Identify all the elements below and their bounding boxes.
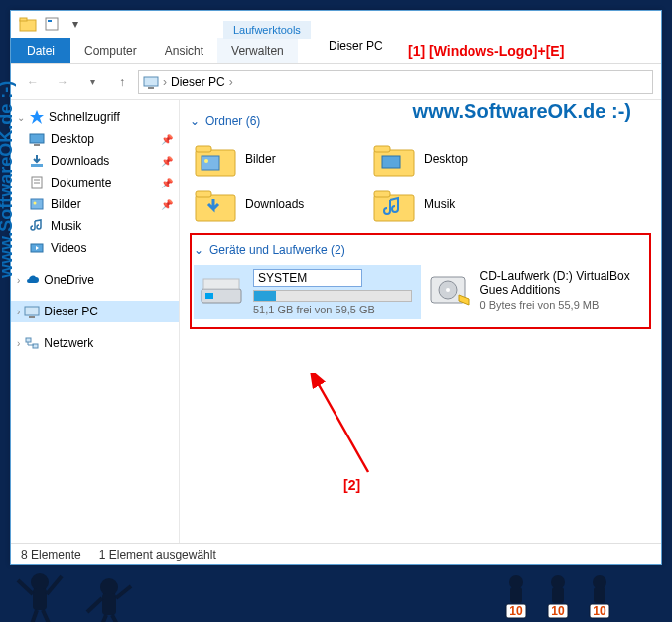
svg-rect-19 [26, 338, 31, 342]
folder-icon [372, 140, 416, 178]
drive-system[interactable]: SYSTEM 51,1 GB frei von 59,5 GB [194, 265, 421, 319]
chevron-down-icon[interactable]: ▾ [67, 15, 84, 33]
chevron-down-icon: ⌄ [194, 243, 203, 257]
pin-icon: 📌 [161, 156, 173, 167]
context-tab-header: Laufwerktools [223, 21, 311, 39]
file-tab[interactable]: Datei [11, 38, 70, 63]
breadcrumb-location[interactable]: Dieser PC [171, 75, 225, 89]
svg-line-51 [112, 615, 121, 622]
capacity-bar [253, 290, 412, 302]
chevron-right-icon: › [17, 275, 20, 286]
drive-name: CD-Laufwerk (D:) VirtualBox Gues Additio… [480, 269, 644, 297]
svg-rect-7 [30, 134, 44, 143]
drive-free-text: 51,1 GB frei von 59,5 GB [253, 304, 412, 315]
svg-rect-22 [196, 146, 211, 152]
onedrive-group[interactable]: ›OneDrive [11, 269, 179, 291]
folder-icon [194, 140, 237, 178]
nav-music[interactable]: Musik [11, 215, 179, 237]
network-icon [24, 335, 40, 351]
chevron-right-icon: ⌄ [17, 112, 25, 123]
svg-rect-34 [203, 279, 239, 289]
pictures-icon [29, 196, 45, 212]
properties-icon[interactable] [43, 15, 61, 33]
svg-rect-23 [202, 156, 219, 170]
breadcrumb-sep-icon: › [229, 75, 233, 89]
explorer-window: ▾ Laufwerktools Dieser PC Datei Computer… [10, 10, 662, 565]
drives-highlight-box: ⌄ Geräte und Laufwerke (2) SYSTEM 51,1 G… [190, 233, 651, 329]
tab-view[interactable]: Ansicht [151, 38, 217, 63]
svg-marker-6 [30, 110, 44, 124]
folder-music[interactable]: Musik [368, 182, 547, 227]
svg-rect-0 [20, 20, 36, 31]
svg-rect-3 [48, 20, 52, 22]
recent-locations-button[interactable]: ▾ [78, 68, 106, 96]
folder-desktop[interactable]: Desktop [368, 136, 547, 182]
decorative-figures: 10 10 10 [0, 562, 672, 622]
network-group[interactable]: ›Netzwerk [11, 332, 179, 354]
pin-icon: 📌 [161, 199, 173, 210]
svg-rect-9 [31, 164, 43, 167]
up-button[interactable]: ↑ [108, 68, 136, 96]
folder-icon [372, 186, 416, 223]
content-pane: ⌄ Ordner (6) Bilder Desktop Downloads [180, 100, 661, 543]
annotation-arrow [309, 373, 388, 482]
tab-computer[interactable]: Computer [70, 38, 151, 63]
svg-point-24 [204, 159, 208, 163]
svg-rect-47 [102, 593, 116, 615]
navigation-pane: ⌄ Schnellzugriff Desktop📌 Downloads📌 Dok… [11, 100, 180, 543]
breadcrumb[interactable]: › Dieser PC › [138, 70, 653, 94]
videos-icon [29, 240, 45, 256]
watermark-vertical: www.SoftwareOK.de :-) [0, 81, 17, 278]
svg-rect-53 [510, 587, 522, 603]
svg-rect-58 [548, 604, 568, 618]
back-button[interactable]: ← [19, 68, 47, 96]
desktop-icon [29, 131, 45, 147]
svg-rect-5 [148, 87, 154, 89]
star-icon [29, 109, 45, 125]
svg-point-60 [593, 575, 606, 589]
svg-rect-31 [374, 191, 390, 197]
downloads-icon [29, 153, 45, 169]
svg-rect-2 [46, 18, 58, 30]
chevron-down-icon: ⌄ [190, 114, 200, 128]
address-bar-row: ← → ▾ ↑ › Dieser PC › [11, 64, 661, 100]
selection-count: 1 Element ausgewählt [99, 548, 216, 561]
chevron-right-icon: › [17, 338, 20, 349]
drive-free-text: 0 Bytes frei von 55,9 MB [480, 299, 644, 311]
svg-point-46 [100, 578, 118, 596]
nav-desktop[interactable]: Desktop📌 [11, 128, 179, 150]
nav-videos[interactable]: Videos [11, 237, 179, 259]
quick-access-label: Schnellzugriff [49, 110, 120, 124]
svg-line-49 [116, 586, 131, 598]
pin-icon: 📌 [161, 178, 173, 188]
nav-pictures[interactable]: Bilder📌 [11, 193, 179, 215]
svg-text:10: 10 [551, 604, 565, 618]
hard-drive-icon [198, 269, 245, 309]
svg-line-48 [87, 598, 102, 612]
tab-manage[interactable]: Verwalten [217, 38, 298, 63]
drives-section-header[interactable]: ⌄ Geräte und Laufwerke (2) [194, 239, 647, 265]
window-title: Dieser PC [329, 39, 383, 53]
svg-rect-27 [382, 156, 400, 168]
drive-cd[interactable]: CD-Laufwerk (D:) VirtualBox Gues Additio… [421, 265, 648, 319]
svg-point-40 [31, 573, 49, 591]
nav-downloads[interactable]: Downloads📌 [11, 150, 179, 172]
chevron-right-icon: › [17, 307, 20, 317]
this-pc-group[interactable]: ›Dieser PC [11, 301, 179, 322]
drive-name-edit[interactable]: SYSTEM [253, 269, 362, 287]
folder-pictures[interactable]: Bilder [190, 136, 368, 182]
svg-rect-33 [205, 293, 213, 299]
nav-documents[interactable]: Dokumente📌 [11, 172, 179, 193]
svg-point-14 [34, 202, 37, 205]
annotation-1: [1] [Windows-Logo]+[E] [408, 43, 564, 59]
svg-line-42 [18, 580, 33, 594]
folder-icon [194, 186, 237, 223]
svg-point-56 [551, 575, 565, 589]
music-icon [29, 218, 45, 234]
forward-button[interactable]: → [49, 68, 76, 96]
svg-rect-41 [33, 588, 47, 610]
quick-access-group[interactable]: ⌄ Schnellzugriff [11, 106, 179, 128]
svg-rect-1 [20, 18, 27, 21]
folder-icon [19, 15, 37, 33]
folder-downloads[interactable]: Downloads [190, 182, 368, 227]
